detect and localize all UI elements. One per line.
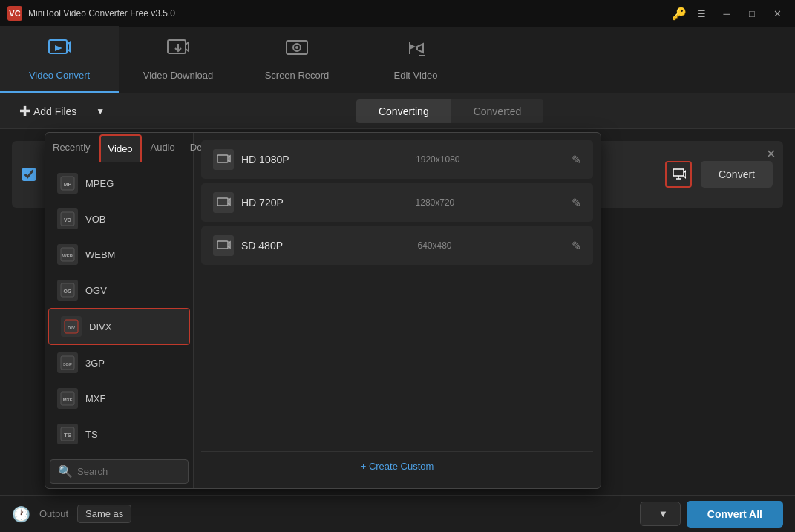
svg-point-4 (295, 46, 298, 49)
quality-edit-720p[interactable]: ✎ (572, 196, 581, 210)
output-clock-icon: 🕐 (12, 505, 30, 523)
output-label: Output (39, 508, 68, 519)
quality-res-480p: 640x480 (418, 240, 452, 251)
menu-button[interactable]: ☰ (691, 6, 712, 21)
tab-screen-record[interactable]: Screen Record (238, 26, 356, 93)
title-bar: VC MiniTool Video Converter Free v3.5.0 … (0, 0, 795, 27)
picker-tab-recently[interactable]: Recently (45, 133, 98, 162)
video-convert-icon (48, 36, 71, 65)
quality-icon-1080p (213, 149, 234, 170)
search-icon: 🔍 (58, 464, 73, 479)
screen-record-label: Screen Record (265, 70, 330, 81)
converting-tab[interactable]: Converting (356, 99, 451, 123)
webm-icon: WEB (57, 244, 78, 265)
convert-dropdown[interactable]: ▼ (640, 502, 681, 526)
3gp-icon: 3GP (57, 352, 78, 373)
format-list: MP MPEG VO VOB (45, 162, 193, 455)
svg-rect-26 (217, 155, 228, 162)
target-format-button[interactable] (665, 161, 692, 188)
nav-bar: Video Convert Video Download Screen Reco… (0, 27, 795, 93)
svg-text:DIV: DIV (68, 326, 75, 330)
key-icon[interactable]: 🔑 (672, 7, 687, 21)
quality-hd1080p[interactable]: HD 1080P 1920x1080 ✎ (201, 140, 593, 179)
toolbar: ✚ Add Files ▼ Converting Converted (0, 93, 795, 129)
quality-sd480p[interactable]: SD 480P 640x480 ✎ (201, 226, 593, 265)
edit-video-icon (404, 36, 428, 65)
mxf-icon: MXF (57, 388, 78, 409)
svg-text:3GP: 3GP (63, 362, 72, 367)
file-checkbox[interactable] (22, 168, 36, 181)
format-item-3gp[interactable]: 3GP 3GP (45, 345, 193, 381)
app-logo: VC (7, 6, 22, 21)
chevron-down-icon: ▼ (658, 508, 668, 519)
tab-video-convert[interactable]: Video Convert (0, 26, 119, 93)
quality-hd720p[interactable]: HD 720P 1280x720 ✎ (201, 183, 593, 222)
convert-all-button[interactable]: Convert All (687, 501, 783, 528)
title-bar-left: VC MiniTool Video Converter Free v3.5.0 (7, 6, 175, 21)
format-item-webm[interactable]: WEB WEBM (45, 237, 193, 272)
convert-button[interactable]: Convert (701, 161, 773, 188)
format-item-mxf[interactable]: MXF MXF (45, 381, 193, 416)
minimize-button[interactable]: ─ (716, 6, 737, 21)
format-label-vob: VOB (85, 214, 105, 225)
quality-name-480p: SD 480P (241, 240, 283, 252)
quality-edit-480p[interactable]: ✎ (572, 239, 581, 253)
format-label-divx: DIVX (89, 321, 111, 332)
ogv-icon: OG (57, 280, 78, 301)
video-download-label: Video Download (143, 70, 213, 81)
video-download-icon (166, 36, 190, 65)
quality-res-720p: 1280x720 (416, 197, 455, 208)
svg-text:VO: VO (64, 217, 72, 223)
svg-rect-27 (217, 198, 228, 206)
ts-icon: TS (57, 424, 78, 444)
screen-record-icon (285, 36, 309, 65)
close-button[interactable]: ✕ (767, 6, 788, 21)
format-label-webm: WEBM (85, 249, 115, 260)
quality-edit-1080p[interactable]: ✎ (572, 153, 581, 167)
search-input[interactable] (77, 466, 180, 477)
edit-video-label: Edit Video (393, 70, 437, 81)
maximize-button[interactable]: □ (742, 6, 762, 21)
format-item-ogv[interactable]: OG OGV (45, 272, 193, 308)
quality-res-1080p: 1920x1080 (416, 154, 459, 165)
picker-left-panel: Recently Video Audio Device MP MPEG (45, 133, 194, 488)
add-files-button[interactable]: ✚ Add Files (12, 99, 84, 124)
svg-text:MXF: MXF (63, 398, 73, 402)
converted-tab[interactable]: Converted (451, 99, 544, 123)
svg-text:OG: OG (64, 289, 72, 294)
video-convert-label: Video Convert (29, 70, 90, 81)
quality-left-480p: SD 480P (213, 235, 283, 256)
picker-tabs: Recently Video Audio Device (45, 133, 193, 162)
format-label-ogv: OGV (85, 285, 107, 296)
format-item-ts[interactable]: TS TS (45, 416, 193, 452)
format-item-mpeg[interactable]: MP MPEG (45, 165, 193, 201)
output-value: Same as (77, 505, 131, 523)
bottom-bar: 🕐 Output Same as ▼ Convert All (0, 495, 795, 532)
svg-rect-28 (217, 241, 228, 249)
add-files-dropdown[interactable]: ▼ (91, 102, 109, 121)
format-picker: Recently Video Audio Device MP MPEG (45, 132, 601, 489)
quality-name-1080p: HD 1080P (241, 154, 289, 165)
svg-text:MP: MP (64, 182, 72, 187)
title-bar-controls: 🔑 ☰ ─ □ ✕ (672, 6, 788, 21)
app-title: MiniTool Video Converter Free v3.5.0 (28, 8, 175, 19)
picker-tab-audio[interactable]: Audio (143, 133, 183, 162)
plus-icon: ✚ (19, 103, 30, 119)
quality-icon-480p (213, 235, 234, 256)
create-custom[interactable]: + Create Custom (201, 451, 593, 481)
format-item-divx[interactable]: DIV DIVX (48, 308, 190, 345)
quality-left-720p: HD 720P (213, 192, 284, 213)
vob-icon: VO (57, 208, 78, 229)
quality-name-720p: HD 720P (241, 197, 284, 208)
mpeg-icon: MP (57, 173, 78, 194)
file-close-button[interactable]: ✕ (766, 147, 776, 161)
picker-tab-video[interactable]: Video (99, 134, 142, 162)
tab-edit-video[interactable]: Edit Video (356, 26, 475, 93)
divx-icon: DIV (61, 316, 82, 337)
format-label-mxf: MXF (85, 393, 105, 404)
quality-icon-720p (213, 192, 234, 213)
picker-search: 🔍 (50, 459, 189, 484)
svg-text:TS: TS (64, 432, 72, 439)
format-item-vob[interactable]: VO VOB (45, 201, 193, 237)
tab-video-download[interactable]: Video Download (119, 26, 238, 93)
